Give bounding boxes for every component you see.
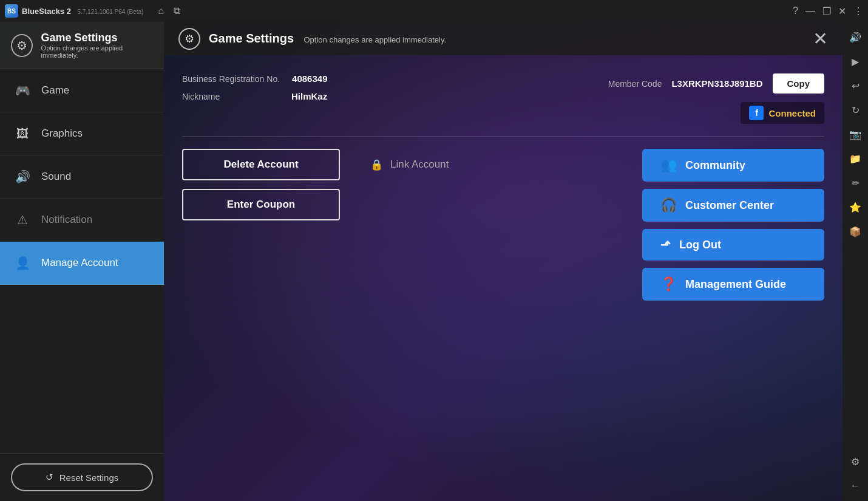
management-guide-label: Management Guide [685,278,786,291]
member-code-block: Member Code L3XRKPN318J891BD Copy f Conn… [608,73,824,124]
delete-account-button[interactable]: Delete Account [182,149,340,180]
customer-center-button[interactable]: 🎧 Customer Center [642,189,824,222]
nickname-field: Nickname HilmKaz [182,91,327,101]
settings-nav: 🎮 Game 🖼 Graphics 🔊 Sound ⚠ Notification… [0,69,164,453]
actions-area: Delete Account 🔒 Link Account Enter Coup… [182,149,824,301]
restore-btn[interactable]: ❐ [822,5,831,17]
link-account-label: Link Account [390,158,449,171]
enter-coupon-button[interactable]: Enter Coupon [182,189,340,220]
business-reg-value: 4086349 [292,73,327,84]
graphics-nav-icon: 🖼 [13,124,32,143]
rotate-sidebar-btn[interactable]: ↩ [845,75,866,96]
settings-header-gear: ⚙ [11,34,33,57]
edit-sidebar-btn[interactable]: ✏ [845,172,866,193]
sidebar-item-graphics[interactable]: 🖼 Graphics [0,112,164,155]
facebook-connected: f Connected [741,102,824,124]
settings-sidebar-btn[interactable]: ⚙ [845,451,866,472]
business-reg-field: Business Registration No. 4086349 [182,73,327,84]
left-actions: Delete Account 🔒 Link Account Enter Coup… [182,149,510,301]
settings-footer: ↺ Reset Settings [0,453,164,501]
topbar-right: ? — ❐ ✕ ⋮ [793,5,863,17]
lock-icon: 🔒 [370,158,383,171]
help-btn[interactable]: ? [793,5,798,16]
community-button[interactable]: 👥 Community [642,149,824,182]
community-label: Community [685,159,745,172]
member-code-value: L3XRKPN318J891BD [671,78,762,89]
settings-gear-icon: ⚙ [178,28,200,50]
sidebar-item-sound[interactable]: 🔊 Sound [0,155,164,199]
settings-subtitle: Option changes are applied immediately. [304,35,447,44]
log-out-icon: ⬏ [660,237,671,252]
log-out-label: Log Out [679,239,721,251]
game-settings-bar: ⚙ Game Settings Option changes are appli… [164,22,843,55]
reset-icon: ↺ [46,472,53,483]
topbar-nav: ⌂ ⧉ [155,4,183,18]
manage-account-nav-label: Manage Account [41,257,118,269]
sound-nav-label: Sound [41,171,71,183]
top-bar: BS BlueStacks 2 5.7.121.1001 P64 (Beta) … [0,0,868,22]
community-icon: 👥 [660,157,677,173]
settings-panel-subtitle: Option changes are applied immediately. [41,44,153,59]
account-info-row: Business Registration No. 4086349 Nickna… [182,73,824,137]
business-reg-label: Business Registration No. [182,74,280,84]
left-info-block: Business Registration No. 4086349 Nickna… [182,73,327,101]
camera-sidebar-btn[interactable]: 📷 [845,124,866,145]
notification-nav-label: Notification [41,214,92,226]
link-account-button[interactable]: 🔒 Link Account [352,150,510,180]
manage-account-nav-icon: 👤 [13,254,32,272]
member-code-row: Member Code L3XRKPN318J891BD Copy [608,73,824,94]
app-logo: BS BlueStacks 2 5.7.121.1001 P64 (Beta) [5,4,143,18]
minimize-btn[interactable]: — [805,5,815,16]
layers-sidebar-btn[interactable]: 📦 [845,221,866,242]
settings-title-block: Game Settings Option changes are applied… [41,32,153,59]
settings-panel: ⚙ Game Settings Option changes are appli… [0,22,164,501]
customer-center-icon: 🎧 [660,197,677,213]
delete-link-row: Delete Account 🔒 Link Account [182,149,510,180]
settings-header: ⚙ Game Settings Option changes are appli… [0,22,164,69]
settings-close-btn[interactable]: ✕ [813,28,828,49]
sidebar-item-game[interactable]: 🎮 Game [0,69,164,112]
volume-sidebar-btn[interactable]: 🔊 [845,27,866,47]
app-title: BlueStacks 2 [22,7,71,16]
nickname-value: HilmKaz [291,91,327,101]
sidebar-item-notification[interactable]: ⚠ Notification [0,199,164,242]
right-sidebar: 🔊 ▶ ↩ ↻ 📷 📁 ✏ ⭐ 📦 ⚙ ← [843,22,868,501]
management-guide-button[interactable]: ❓ Management Guide [642,268,824,301]
settings-panel-title: Game Settings [41,32,153,44]
app-version: 5.7.121.1001 P64 (Beta) [77,9,143,15]
facebook-icon: f [749,106,764,120]
more-btn[interactable]: ⋮ [853,5,863,17]
sidebar-item-manage-account[interactable]: 👤 Manage Account [0,242,164,285]
account-area: Business Registration No. 4086349 Nickna… [164,55,843,501]
main-content: ⚙ Game Settings Option changes are appli… [0,22,843,501]
folder-sidebar-btn[interactable]: 📁 [845,148,866,169]
log-out-button[interactable]: ⬏ Log Out [642,229,824,261]
facebook-status: Connected [768,108,816,118]
settings-title-block: Game Settings Option changes are applied… [209,32,446,46]
notification-nav-icon: ⚠ [13,211,32,229]
refresh-sidebar-btn[interactable]: ↻ [845,100,866,120]
reset-settings-button[interactable]: ↺ Reset Settings [11,463,153,491]
back-sidebar-btn[interactable]: ← [845,475,866,496]
member-code-label: Member Code [608,79,662,89]
sound-nav-icon: 🔊 [13,168,32,186]
star-sidebar-btn[interactable]: ⭐ [845,197,866,217]
bluestacks-icon: BS [5,4,18,18]
nickname-label: Nickname [182,92,279,101]
right-actions: 👥 Community 🎧 Customer Center ⬏ Log Out … [642,149,824,301]
home-nav-btn[interactable]: ⌂ [155,4,166,18]
management-guide-icon: ❓ [660,276,677,292]
copy-button[interactable]: Copy [773,73,825,94]
app-title-block: BlueStacks 2 5.7.121.1001 P64 (Beta) [22,5,143,16]
play-sidebar-btn[interactable]: ▶ [845,51,866,72]
close-window-btn[interactable]: ✕ [838,5,846,17]
game-nav-icon: 🎮 [13,81,32,100]
copy-nav-btn[interactable]: ⧉ [171,4,183,18]
customer-center-label: Customer Center [685,199,774,212]
graphics-nav-label: Graphics [41,128,83,140]
reset-settings-label: Reset Settings [59,472,119,483]
settings-title: Game Settings [209,32,294,45]
game-nav-label: Game [41,84,69,97]
